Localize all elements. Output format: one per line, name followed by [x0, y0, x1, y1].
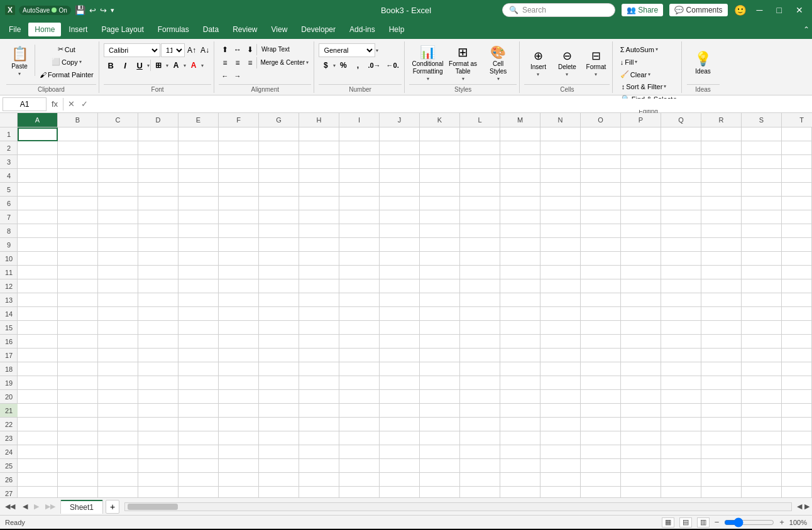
format-painter-button[interactable]: 🖌 Format Painter: [37, 68, 96, 80]
grid-cell[interactable]: [58, 279, 98, 293]
grid-cell[interactable]: [500, 459, 540, 473]
grid-cell[interactable]: [219, 404, 259, 418]
cancel-formula-button[interactable]: ✕: [66, 99, 77, 109]
grid-cell[interactable]: [259, 459, 299, 473]
grid-cell[interactable]: [299, 224, 339, 238]
font-color-button[interactable]: A: [187, 58, 200, 72]
grid-cell[interactable]: [420, 404, 460, 418]
grid-cell[interactable]: [178, 155, 219, 169]
grid-cell[interactable]: [782, 293, 812, 307]
grid-cell[interactable]: [259, 349, 299, 362]
grid-cell[interactable]: [58, 141, 98, 155]
confirm-formula-button[interactable]: ✓: [79, 99, 90, 109]
grid-cell[interactable]: [98, 404, 138, 418]
grid-cell[interactable]: [219, 321, 259, 335]
grid-cell[interactable]: [138, 321, 178, 335]
grid-cell[interactable]: [299, 459, 339, 473]
row-number-3[interactable]: 3: [0, 155, 18, 169]
grid-cell[interactable]: [259, 321, 299, 335]
grid-cell[interactable]: [661, 404, 701, 418]
grid-cell[interactable]: [219, 197, 259, 210]
col-header-M[interactable]: M: [500, 113, 540, 127]
hscroll-right-button[interactable]: ▶: [804, 502, 809, 511]
grid-cell[interactable]: [339, 238, 380, 252]
grid-cell[interactable]: [701, 418, 742, 431]
minimize-button[interactable]: ─: [753, 4, 767, 16]
grid-cell[interactable]: [58, 127, 98, 141]
grid-cell[interactable]: [782, 155, 812, 169]
grid-cell[interactable]: [58, 376, 98, 390]
grid-cell[interactable]: [58, 362, 98, 376]
grid-cell[interactable]: [138, 279, 178, 293]
col-header-P[interactable]: P: [621, 113, 661, 127]
grid-cell[interactable]: [259, 279, 299, 293]
grid-cell[interactable]: [178, 238, 219, 252]
grid-cell[interactable]: [339, 487, 380, 497]
grid-cell[interactable]: [742, 459, 782, 473]
grid-cell[interactable]: [540, 418, 581, 431]
grid-cell[interactable]: [420, 293, 460, 307]
grid-cell[interactable]: [259, 362, 299, 376]
grid-cell[interactable]: [339, 141, 380, 155]
sheet-tab-sheet1[interactable]: Sheet1: [60, 500, 103, 514]
grid-cell[interactable]: [661, 473, 701, 487]
grid-cell[interactable]: [621, 197, 661, 210]
grid-cell[interactable]: [58, 252, 98, 266]
grid-cell[interactable]: [98, 266, 138, 279]
grid-cell[interactable]: [259, 169, 299, 183]
grid-cell[interactable]: [742, 252, 782, 266]
grid-cell[interactable]: [339, 362, 380, 376]
grid-cell[interactable]: [178, 390, 219, 404]
row-number-9[interactable]: 9: [0, 238, 18, 252]
grid-cell[interactable]: [219, 307, 259, 321]
grid-cell[interactable]: [178, 293, 219, 307]
grid-cell[interactable]: [98, 183, 138, 197]
grid-cell[interactable]: [701, 459, 742, 473]
grid-cell[interactable]: [661, 362, 701, 376]
grid-cell[interactable]: [299, 238, 339, 252]
grid-cell[interactable]: [621, 459, 661, 473]
grid-cell[interactable]: [219, 266, 259, 279]
grid-cell[interactable]: [98, 279, 138, 293]
grid-cell[interactable]: [661, 293, 701, 307]
grid-cell[interactable]: [259, 307, 299, 321]
grid-cell[interactable]: [380, 473, 420, 487]
grid-cell[interactable]: [701, 487, 742, 497]
grid-cell[interactable]: [178, 445, 219, 459]
customize-qat-icon[interactable]: ▾: [111, 6, 114, 14]
grid-cell[interactable]: [259, 238, 299, 252]
grid-cell[interactable]: [460, 445, 500, 459]
grid-cell[interactable]: [782, 445, 812, 459]
zoom-out-button[interactable]: −: [715, 517, 720, 527]
grid-cell[interactable]: [259, 335, 299, 349]
grid-cell[interactable]: [500, 307, 540, 321]
top-align-button[interactable]: ⬆: [219, 43, 231, 55]
align-center-button[interactable]: ≡: [231, 57, 243, 68]
grid-cell[interactable]: [98, 307, 138, 321]
grid-cell[interactable]: [661, 224, 701, 238]
grid-cell[interactable]: [138, 404, 178, 418]
grid-cell[interactable]: [299, 335, 339, 349]
grid-cell[interactable]: [259, 390, 299, 404]
grid-cell[interactable]: [58, 155, 98, 169]
grid-cell[interactable]: [138, 141, 178, 155]
grid-cell[interactable]: [621, 169, 661, 183]
grid-cell[interactable]: [420, 335, 460, 349]
ideas-button[interactable]: 💡 Ideas: [687, 46, 720, 81]
col-header-E[interactable]: E: [178, 113, 219, 127]
grid-cell[interactable]: [58, 473, 98, 487]
grid-cell[interactable]: [742, 293, 782, 307]
grid-cell[interactable]: [380, 418, 420, 431]
sheet-nav-first-button[interactable]: ◀◀: [3, 501, 18, 512]
increase-decimal-button[interactable]: .0→: [365, 58, 383, 72]
grid-cell[interactable]: [98, 431, 138, 445]
grid-cell[interactable]: [621, 445, 661, 459]
percent-button[interactable]: %: [336, 58, 350, 72]
grid-cell[interactable]: [540, 238, 581, 252]
grid-cell[interactable]: [380, 127, 420, 141]
zoom-percent[interactable]: 100%: [789, 519, 807, 526]
grid-cell[interactable]: [259, 404, 299, 418]
grid-cell[interactable]: [299, 376, 339, 390]
grid-cell[interactable]: [380, 321, 420, 335]
grid-cell[interactable]: [661, 238, 701, 252]
